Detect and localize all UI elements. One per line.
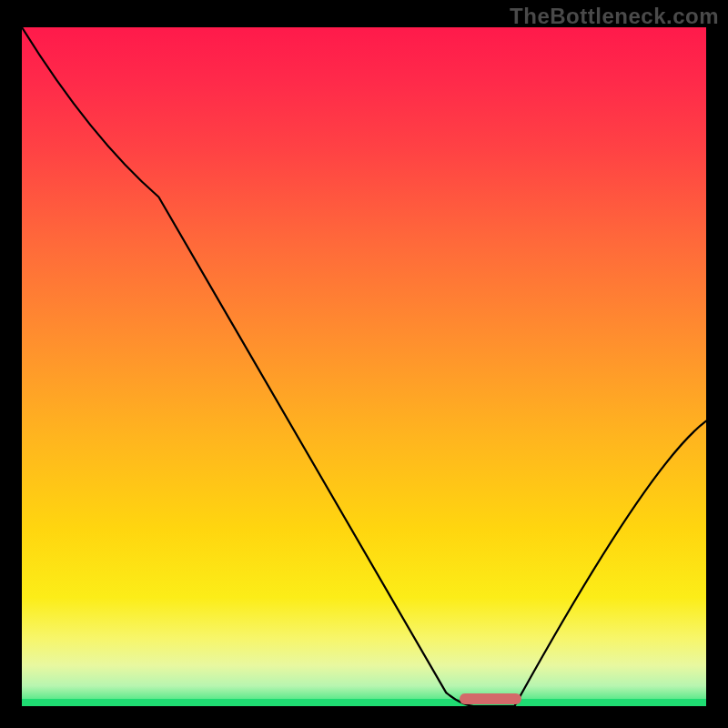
optimal-range-marker: [460, 693, 521, 704]
plot-outer: [22, 27, 706, 706]
watermark-text: TheBottleneck.com: [510, 4, 719, 29]
plot-area: [22, 27, 706, 706]
chart-frame: TheBottleneck.com: [0, 0, 728, 728]
bottleneck-curve: [22, 27, 706, 706]
